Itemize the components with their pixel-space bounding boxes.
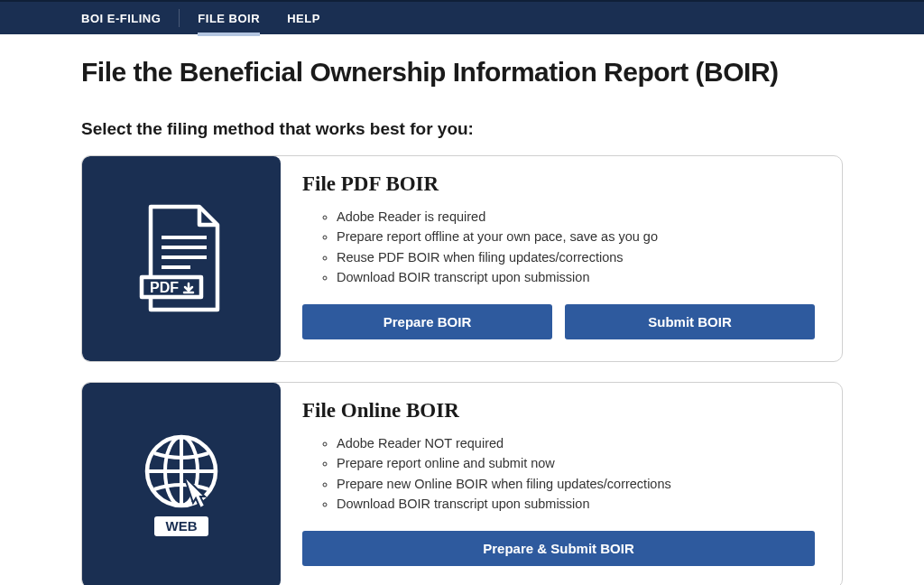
- page-subtitle: Select the filing method that works best…: [81, 119, 843, 139]
- page-title: File the Beneficial Ownership Informatio…: [81, 57, 843, 88]
- topbar: BOI E-FILING FILE BOIR HELP: [0, 0, 924, 34]
- list-item: Download BOIR transcript upon submission: [337, 267, 815, 287]
- pdf-bullets: Adobe Reader is required Prepare report …: [302, 207, 815, 288]
- main-container: File the Beneficial Ownership Informatio…: [0, 34, 924, 585]
- pdf-content: File PDF BOIR Adobe Reader is required P…: [281, 156, 842, 361]
- list-item: Reuse PDF BOIR when filing updates/corre…: [337, 247, 815, 267]
- card-pdf-boir: PDF File PDF BOIR Adobe Reader is requir…: [81, 155, 843, 362]
- divider: [179, 9, 180, 27]
- web-content: File Online BOIR Adobe Reader NOT requir…: [281, 383, 842, 585]
- nav-file-boir[interactable]: FILE BOIR: [198, 2, 260, 35]
- web-bullets: Adobe Reader NOT required Prepare report…: [302, 433, 815, 515]
- list-item: Prepare report offline at your own pace,…: [337, 227, 815, 246]
- list-item: Prepare new Online BOIR when filing upda…: [337, 474, 815, 494]
- list-item: Download BOIR transcript upon submission: [337, 494, 815, 514]
- prepare-submit-boir-button[interactable]: Prepare & Submit BOIR: [302, 531, 815, 566]
- pdf-icon-pane: PDF: [82, 156, 281, 361]
- card-online-boir: WEB File Online BOIR Adobe Reader NOT re…: [81, 382, 843, 585]
- prepare-boir-button[interactable]: Prepare BOIR: [302, 304, 552, 339]
- list-item: Adobe Reader is required: [337, 207, 815, 227]
- pdf-document-icon: PDF: [134, 200, 229, 317]
- pdf-button-row: Prepare BOIR Submit BOIR: [302, 304, 815, 339]
- svg-text:PDF: PDF: [150, 280, 179, 295]
- web-button-row: Prepare & Submit BOIR: [302, 531, 815, 566]
- brand-logo[interactable]: BOI E-FILING: [81, 12, 161, 25]
- submit-boir-button[interactable]: Submit BOIR: [565, 304, 815, 339]
- web-globe-icon: WEB: [134, 426, 229, 543]
- list-item: Adobe Reader NOT required: [337, 433, 815, 453]
- list-item: Prepare report online and submit now: [337, 453, 815, 473]
- svg-text:WEB: WEB: [165, 518, 197, 534]
- nav-help[interactable]: HELP: [287, 2, 320, 35]
- web-card-title: File Online BOIR: [302, 399, 815, 422]
- pdf-card-title: File PDF BOIR: [302, 172, 815, 196]
- web-icon-pane: WEB: [82, 383, 281, 585]
